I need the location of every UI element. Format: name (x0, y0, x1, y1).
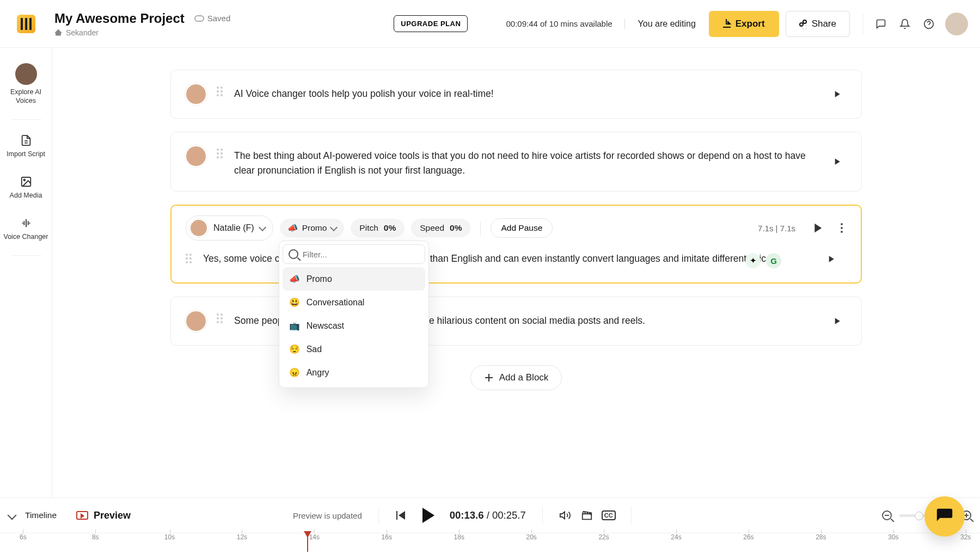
cloud-icon (194, 15, 204, 22)
sidebar-label: Import Script (7, 150, 45, 159)
ruler-tick: 22s (598, 533, 609, 541)
drag-handle-icon[interactable] (217, 87, 224, 96)
script-block[interactable]: The best thing about AI-powered voice to… (170, 132, 862, 192)
share-label: Share (812, 19, 836, 29)
script-block-active[interactable]: Natalie (F) 📣 Promo Pitch 0% Speed 0% (170, 205, 862, 284)
style-emoji-icon: 📺 (289, 321, 300, 331)
share-icon (799, 20, 807, 28)
zoom-out-button[interactable] (882, 510, 892, 520)
notifications-icon[interactable] (893, 12, 917, 36)
ruler-tick: 26s (743, 533, 754, 541)
drag-handle-icon[interactable] (217, 149, 224, 158)
assist-chip[interactable]: ✦ (745, 253, 761, 268)
play-block-button[interactable] (810, 220, 825, 236)
script-block[interactable]: Some people use voice-changing tools to … (170, 297, 862, 346)
style-selector[interactable]: 📣 Promo (280, 219, 345, 237)
block-voice-avatar[interactable] (185, 145, 207, 167)
playhead[interactable] (304, 531, 311, 538)
play-block-button[interactable] (828, 85, 846, 103)
voice-avatar-icon (15, 63, 37, 85)
style-dropdown[interactable]: 📣Promo😃Conversational📺Newscast😌Sad😠Angry (279, 241, 429, 388)
speed-control[interactable]: Speed 0% (411, 219, 470, 237)
speed-label: Speed (420, 223, 444, 233)
preview-icon (76, 511, 88, 520)
sidebar-import-script[interactable]: Import Script (0, 128, 52, 164)
megaphone-icon: 📣 (287, 223, 298, 233)
sidebar-label: Voice Changer (3, 233, 48, 242)
pitch-control[interactable]: Pitch 0% (351, 219, 405, 237)
app-logo[interactable] (0, 0, 52, 48)
sidebar-label: Explore AI Voices (0, 88, 52, 105)
drag-handle-icon[interactable] (217, 313, 224, 323)
ruler-tick: 12s (237, 533, 247, 541)
timeline-ruler[interactable]: 6s8s10s12s14s16s18s20s22s24s26s28s30s32s (0, 533, 980, 554)
dropdown-search[interactable] (283, 244, 425, 264)
style-option-conversational[interactable]: 😃Conversational (283, 291, 425, 314)
help-icon[interactable] (917, 12, 941, 36)
time-available: 00:09:44 of 10 mins available (506, 19, 612, 28)
play-block-button[interactable] (828, 152, 846, 171)
preview-status: Preview is updated (293, 511, 362, 520)
project-title[interactable]: My Awesome Project (54, 11, 185, 26)
ruler-tick: 20s (526, 533, 536, 541)
style-option-label: Sad (307, 344, 322, 354)
block-voice-avatar[interactable] (185, 310, 207, 332)
scene-marker-button[interactable] (581, 509, 593, 521)
style-option-label: Angry (307, 368, 329, 378)
sidebar-add-media[interactable]: Add Media (0, 170, 52, 206)
upgrade-plan-button[interactable]: UPGRADE PLAN (394, 15, 468, 32)
drag-handle-icon[interactable] (186, 254, 193, 263)
saved-indicator: Saved (194, 14, 231, 23)
ruler-tick: 28s (816, 533, 826, 541)
grammar-chip[interactable]: G (766, 253, 781, 268)
style-option-promo[interactable]: 📣Promo (283, 267, 425, 291)
ruler-tick: 6s (20, 533, 27, 541)
user-avatar[interactable] (945, 13, 968, 35)
comments-icon[interactable] (869, 12, 893, 36)
style-option-label: Conversational (307, 298, 365, 307)
ruler-tick: 30s (888, 533, 898, 541)
block-voice-avatar[interactable] (185, 83, 207, 105)
plus-icon (484, 373, 494, 383)
ruler-tick: 18s (454, 533, 464, 541)
style-option-sad[interactable]: 😌Sad (283, 337, 425, 361)
skip-back-button[interactable] (395, 509, 407, 521)
sidebar-label: Add Media (10, 192, 42, 200)
dropdown-filter-input[interactable] (303, 250, 419, 259)
style-label: Promo (302, 223, 327, 233)
style-option-label: Newscast (307, 321, 344, 331)
volume-button[interactable] (559, 509, 571, 521)
sidebar-explore-voices[interactable]: Explore AI Voices (0, 58, 52, 110)
ruler-tick: 10s (164, 533, 175, 541)
captions-button[interactable]: CC (603, 509, 615, 521)
play-button[interactable] (422, 509, 434, 521)
chat-fab[interactable] (924, 496, 965, 537)
add-block-button[interactable]: Add a Block (470, 365, 562, 390)
style-emoji-icon: 📣 (289, 274, 300, 284)
timeline-collapse-icon[interactable] (8, 511, 17, 520)
style-emoji-icon: 😃 (289, 297, 300, 307)
sidebar-voice-changer[interactable]: Voice Changer (0, 211, 52, 247)
saved-label: Saved (207, 14, 231, 23)
voice-avatar-icon (189, 219, 208, 237)
preview-toggle[interactable]: Preview (76, 510, 131, 521)
play-block-button[interactable] (828, 312, 846, 330)
export-label: Export (736, 19, 765, 29)
play-block-button[interactable] (822, 250, 840, 268)
export-button[interactable]: Export (709, 11, 779, 37)
breadcrumb[interactable]: Sekander (54, 28, 230, 37)
style-option-newscast[interactable]: 📺Newscast (283, 314, 425, 337)
style-option-angry[interactable]: 😠Angry (283, 361, 425, 384)
ruler-tick: 32s (960, 533, 971, 541)
share-button[interactable]: Share (786, 11, 850, 37)
chevron-down-icon (330, 224, 338, 231)
voice-selector[interactable]: Natalie (F) (186, 216, 273, 241)
block-text[interactable]: The best thing about AI-powered voice to… (234, 145, 823, 178)
block-menu-button[interactable] (837, 223, 847, 233)
wave-icon (20, 217, 33, 230)
script-block[interactable]: AI Voice changer tools help you polish y… (170, 70, 862, 119)
image-icon (20, 175, 33, 188)
add-pause-button[interactable]: Add Pause (491, 218, 553, 238)
block-text[interactable]: AI Voice changer tools help you polish y… (234, 83, 823, 101)
style-emoji-icon: 😌 (289, 344, 300, 354)
